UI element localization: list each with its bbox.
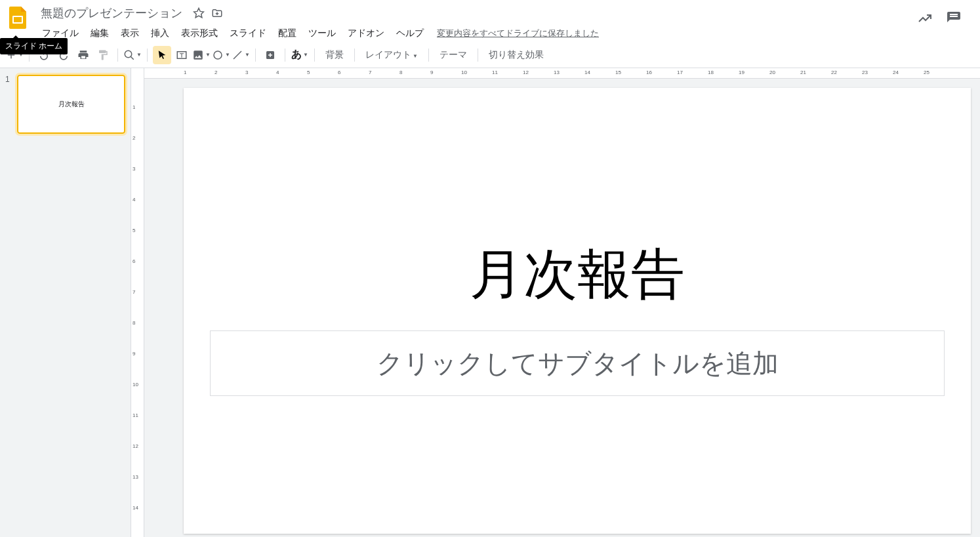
print-button[interactable] — [74, 46, 92, 64]
textbox-tool[interactable] — [173, 46, 191, 64]
canvas-area: 1234567891011121314 12345678910111213141… — [131, 68, 980, 537]
comment-icon[interactable] — [946, 10, 962, 26]
slide-panel: 1 月次報告 — [0, 68, 131, 537]
theme-button[interactable]: テーマ — [434, 49, 472, 61]
vertical-ruler: 1234567891011121314 — [131, 68, 144, 537]
background-button[interactable]: 背景 — [320, 49, 349, 61]
zoom-button[interactable]: ▼ — [123, 46, 142, 64]
transition-button[interactable]: 切り替え効果 — [483, 49, 549, 61]
horizontal-ruler: 1234567891011121314151617181920212223242… — [144, 68, 980, 79]
menu-edit[interactable]: 編集 — [85, 25, 114, 42]
menu-view[interactable]: 表示 — [115, 25, 144, 42]
comment-tool[interactable] — [261, 46, 279, 64]
move-icon[interactable] — [211, 7, 223, 19]
menu-addons[interactable]: アドオン — [342, 25, 390, 42]
svg-marker-2 — [194, 9, 204, 18]
slide-subtitle-placeholder[interactable]: クリックしてサブタイトルを追加 — [210, 330, 945, 396]
slide-title-text[interactable]: 月次報告 — [184, 239, 971, 311]
save-status[interactable]: 変更内容をすべてドライブに保存しました — [437, 28, 599, 39]
svg-line-4 — [131, 56, 134, 60]
paint-format-button[interactable] — [94, 46, 112, 64]
thumbnail-title: 月次報告 — [58, 100, 85, 109]
trending-icon[interactable] — [917, 10, 933, 26]
menu-slide[interactable]: スライド — [224, 25, 272, 42]
input-tool-label: あ — [291, 48, 302, 62]
svg-point-6 — [214, 51, 222, 59]
svg-point-3 — [125, 50, 132, 58]
menubar: ファイル 編集 表示 挿入 表示形式 スライド 配置 ツール アドオン ヘルプ … — [37, 25, 917, 42]
slide-thumbnail[interactable]: 月次報告 — [17, 75, 125, 134]
select-tool[interactable] — [153, 46, 171, 64]
slide-number: 1 — [5, 75, 13, 134]
star-icon[interactable] — [193, 7, 205, 19]
slides-logo[interactable] — [5, 4, 31, 30]
image-tool[interactable]: ▼ — [192, 46, 211, 64]
menu-format[interactable]: 表示形式 — [176, 25, 223, 42]
svg-line-7 — [234, 51, 241, 59]
menu-help[interactable]: ヘルプ — [391, 25, 429, 42]
menu-insert[interactable]: 挿入 — [146, 25, 174, 42]
layout-button[interactable]: レイアウト▼ — [360, 49, 423, 61]
menu-arrange[interactable]: 配置 — [273, 25, 302, 42]
svg-rect-1 — [14, 17, 22, 22]
toolbar: ▼ ▼ ▼ ▼ ▼ あ ▼ 背景 レイアウ — [0, 42, 980, 68]
menu-tools[interactable]: ツール — [303, 25, 341, 42]
input-tool[interactable]: あ ▼ — [291, 46, 309, 64]
line-tool[interactable]: ▼ — [232, 46, 250, 64]
slide-canvas[interactable]: 月次報告 クリックしてサブタイトルを追加 — [184, 88, 971, 534]
logo-tooltip: スライド ホーム — [0, 38, 68, 54]
document-title[interactable]: 無題のプレゼンテーション — [37, 4, 186, 22]
shape-tool[interactable]: ▼ — [212, 46, 230, 64]
